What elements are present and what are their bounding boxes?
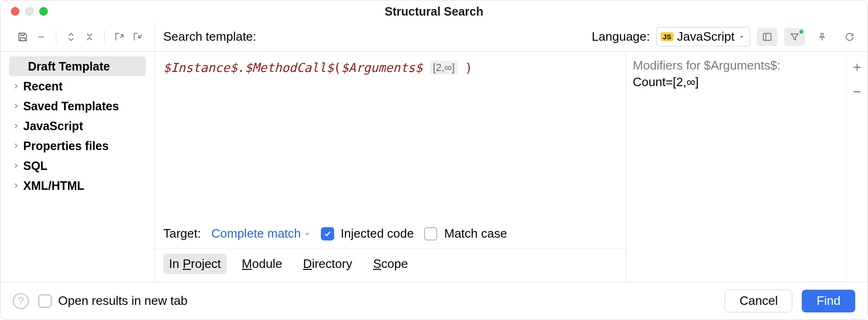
var-arguments: $Arguments$ xyxy=(341,61,423,75)
target-row: Target: Complete match Injected code Mat… xyxy=(155,220,626,249)
chevron-right-icon xyxy=(13,103,23,109)
checkbox-box xyxy=(424,227,437,240)
language-select[interactable]: JS JavaScript xyxy=(656,27,750,46)
remove-icon[interactable] xyxy=(34,29,50,45)
collapse-all-icon[interactable] xyxy=(81,29,97,45)
tree-item-draft[interactable]: Draft Template xyxy=(9,56,146,76)
tree-item-label: Properties files xyxy=(23,139,109,153)
language-value: JavaScript xyxy=(677,29,735,44)
match-case-checkbox[interactable]: Match case xyxy=(424,226,507,241)
tree-item-label: JavaScript xyxy=(23,119,83,133)
count-hint-badge: [2,∞] xyxy=(430,61,458,74)
expand-all-icon[interactable] xyxy=(63,29,79,45)
refresh-icon[interactable] xyxy=(839,28,860,46)
tree-item-label: Draft Template xyxy=(28,60,110,73)
var-instance: $Instance$ xyxy=(163,61,238,75)
modifiers-title: Modifiers for $Arguments$: xyxy=(633,58,839,73)
injected-code-checkbox[interactable]: Injected code xyxy=(321,226,414,241)
sidebar-toolbar xyxy=(0,22,154,52)
main-panel: Search template: Language: JS JavaScript xyxy=(155,22,868,282)
dot: . xyxy=(238,61,245,75)
chevron-right-icon xyxy=(13,182,23,189)
modifiers-body: Modifiers for $Arguments$: Count=[2,∞] xyxy=(626,52,846,282)
editor-column: $Instance$.$MethodCall$($Arguments$ [2,∞… xyxy=(155,52,626,282)
svg-rect-0 xyxy=(763,33,771,40)
tree-item-label: Saved Templates xyxy=(23,99,119,113)
find-button[interactable]: Find xyxy=(802,290,855,312)
paren-open: ( xyxy=(334,61,341,75)
modifiers-panel: Modifiers for $Arguments$: Count=[2,∞] xyxy=(626,52,868,282)
separator xyxy=(104,30,105,44)
tree-item-sql[interactable]: SQL xyxy=(9,156,146,176)
export-icon[interactable] xyxy=(111,29,127,45)
chevron-down-icon xyxy=(738,34,745,40)
var-method: $MethodCall$ xyxy=(245,61,334,75)
js-badge-icon: JS xyxy=(661,32,673,41)
window-title: Structural Search xyxy=(0,5,868,18)
tree-item-xml[interactable]: XML/HTML xyxy=(9,176,146,196)
language-label: Language: xyxy=(592,29,650,44)
import-icon[interactable] xyxy=(130,29,146,45)
tree-item-saved[interactable]: Saved Templates xyxy=(9,96,146,116)
checkbox-label: Match case xyxy=(444,226,507,241)
title-bar: Structural Search xyxy=(0,0,868,22)
remove-modifier-icon[interactable] xyxy=(849,84,865,100)
target-select[interactable]: Complete match xyxy=(212,226,310,241)
tree-item-label: XML/HTML xyxy=(23,179,84,193)
tree-item-label: Recent xyxy=(23,80,62,93)
bottom-bar: ? Open results in new tab Cancel Find xyxy=(0,282,868,320)
add-modifier-icon[interactable] xyxy=(849,59,865,75)
chevron-right-icon xyxy=(13,83,23,89)
tab-module[interactable]: Module xyxy=(236,254,288,274)
toggle-tree-panel-icon[interactable] xyxy=(757,28,778,46)
chevron-right-icon xyxy=(13,162,23,169)
open-new-tab-checkbox[interactable]: Open results in new tab xyxy=(38,293,187,308)
target-label: Target: xyxy=(163,226,201,241)
checkbox-label: Injected code xyxy=(341,226,414,241)
modifiers-side-toolbar xyxy=(846,52,868,282)
tree-item-recent[interactable]: Recent xyxy=(9,76,146,96)
templates-tree: Draft Template Recent Saved Templates Ja… xyxy=(0,52,154,282)
chevron-down-icon xyxy=(304,231,310,237)
save-template-icon[interactable] xyxy=(15,29,31,45)
tree-item-properties[interactable]: Properties files xyxy=(9,136,146,156)
checkbox-box xyxy=(38,294,52,308)
separator xyxy=(56,30,56,44)
chevron-right-icon xyxy=(13,123,23,129)
tab-scope[interactable]: Scope xyxy=(367,254,414,274)
template-editor[interactable]: $Instance$.$MethodCall$($Arguments$ [2,∞… xyxy=(155,52,626,220)
paren-close: ) xyxy=(465,61,472,75)
target-value: Complete match xyxy=(212,226,301,241)
top-toolbar: Search template: Language: JS JavaScript xyxy=(155,22,868,52)
checkbox-box xyxy=(321,227,334,240)
search-template-label: Search template: xyxy=(163,29,257,44)
tree-item-javascript[interactable]: JavaScript xyxy=(9,116,146,136)
filter-icon[interactable] xyxy=(784,28,805,46)
tab-directory[interactable]: Directory xyxy=(297,254,358,274)
checkbox-label: Open results in new tab xyxy=(58,293,187,308)
chevron-right-icon xyxy=(13,142,23,149)
cancel-button[interactable]: Cancel xyxy=(725,290,792,312)
help-icon[interactable]: ? xyxy=(13,293,29,309)
tree-item-label: SQL xyxy=(23,159,47,173)
scope-tabs: In Project Module Directory Scope xyxy=(155,249,626,282)
templates-sidebar: Draft Template Recent Saved Templates Ja… xyxy=(0,22,155,282)
pin-icon[interactable] xyxy=(812,28,833,46)
modifiers-line: Count=[2,∞] xyxy=(633,75,839,89)
tab-in-project[interactable]: In Project xyxy=(163,254,227,274)
